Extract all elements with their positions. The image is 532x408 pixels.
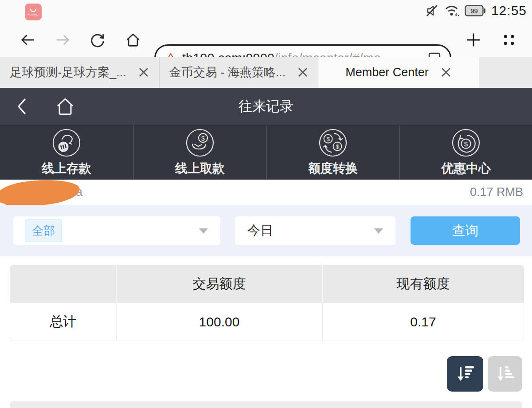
quick-actions-bar: 线上存款 $ 线上取款 $ $ xyxy=(0,125,532,180)
query-button[interactable]: 查询 xyxy=(411,216,520,245)
date-select[interactable]: 今日 xyxy=(235,216,395,245)
browser-toolbar: tb190.com:9900/infe/mcenter/#/mo xyxy=(0,21,532,57)
tab-member-center[interactable]: Member Center xyxy=(318,57,479,88)
new-tab-button[interactable] xyxy=(465,31,482,49)
svg-text:$: $ xyxy=(201,135,205,142)
tab-bar: 足球预测-足球方案_... 金币交易 - 海燕策略... Member Cent… xyxy=(0,57,532,88)
table-header-transaction: 交易额度 xyxy=(116,265,322,303)
svg-text:$: $ xyxy=(464,140,468,148)
transfer-button[interactable]: $ $ 额度转换 xyxy=(266,126,399,180)
sort-ascending-icon xyxy=(495,364,515,384)
action-label: 线上存款 xyxy=(42,160,91,177)
tab-football[interactable]: 足球预测-足球方案_... xyxy=(0,57,160,88)
clock-time: 12:55 xyxy=(491,3,527,18)
table-row-total: 总计 100.00 0.17 xyxy=(10,303,524,341)
tab-label: Member Center xyxy=(345,66,429,79)
table-header-current: 现有额度 xyxy=(322,265,524,303)
total-label: 总计 xyxy=(10,303,116,341)
filter-section: 全部 今日 查询 xyxy=(0,205,532,256)
withdraw-button[interactable]: $ 线上取款 xyxy=(133,126,266,180)
refresh-button[interactable] xyxy=(89,31,106,49)
tab-label: 足球预测-足球方案_... xyxy=(10,64,126,80)
deposit-button[interactable]: 线上存款 xyxy=(0,126,133,180)
page-title: 往来记录 xyxy=(0,88,532,125)
balance-amount: 0.17 RMB xyxy=(470,180,523,205)
transfer-icon: $ $ xyxy=(318,128,348,157)
action-label: 额度转换 xyxy=(308,160,358,177)
svg-text:$: $ xyxy=(336,143,339,150)
table-header-row: 交易额度 现有额度 xyxy=(10,265,524,303)
action-label: 优惠中心 xyxy=(441,160,491,177)
page-back-button[interactable] xyxy=(15,97,28,116)
svg-text:HUAWEI: HUAWEI xyxy=(27,13,39,16)
status-bar: HUAWEI 4 99 12:55 xyxy=(0,0,532,21)
deposit-icon xyxy=(52,128,81,157)
mute-icon xyxy=(426,4,439,17)
transaction-amount: 100.00 xyxy=(116,303,322,341)
back-button[interactable] xyxy=(19,31,36,49)
sort-descending-button[interactable] xyxy=(447,356,483,392)
wifi-icon: 4 xyxy=(444,4,459,18)
account-row: ia 0.17 RMB xyxy=(0,180,532,205)
tab-bar-filler xyxy=(479,57,532,88)
sort-descending-icon xyxy=(455,364,475,384)
menu-button[interactable] xyxy=(500,31,518,49)
summary-table: 交易额度 现有额度 总计 100.00 0.17 xyxy=(10,265,524,341)
svg-text:$: $ xyxy=(326,136,330,142)
close-icon[interactable] xyxy=(440,67,452,78)
sort-ascending-button[interactable] xyxy=(488,356,522,392)
promotions-icon: $ xyxy=(451,128,481,157)
chevron-down-icon xyxy=(374,228,383,234)
table-header-blank xyxy=(10,265,116,303)
page-home-button[interactable] xyxy=(54,95,76,118)
next-card-edge xyxy=(10,401,522,408)
home-button[interactable] xyxy=(124,31,142,49)
action-label: 线上取款 xyxy=(175,160,225,177)
svg-text:99: 99 xyxy=(470,7,478,15)
date-selected-value: 今日 xyxy=(247,222,273,239)
appgallery-notification-icon[interactable]: HUAWEI xyxy=(25,4,42,20)
type-select[interactable]: 全部 xyxy=(13,216,220,245)
type-selected-chip: 全部 xyxy=(25,220,62,242)
close-icon[interactable] xyxy=(297,67,309,78)
close-icon[interactable] xyxy=(138,67,149,78)
current-amount: 0.17 xyxy=(322,303,524,341)
chevron-down-icon xyxy=(199,228,208,234)
svg-text:4: 4 xyxy=(455,12,457,17)
tab-label: 金币交易 - 海燕策略... xyxy=(169,64,286,80)
tab-coin-trade[interactable]: 金币交易 - 海燕策略... xyxy=(160,57,318,88)
battery-icon: 99 xyxy=(465,5,486,16)
page-header: 往来记录 xyxy=(0,88,532,125)
withdraw-icon: $ xyxy=(185,128,215,157)
forward-button[interactable] xyxy=(54,31,72,49)
promotions-button[interactable]: $ 优惠中心 xyxy=(399,126,532,180)
